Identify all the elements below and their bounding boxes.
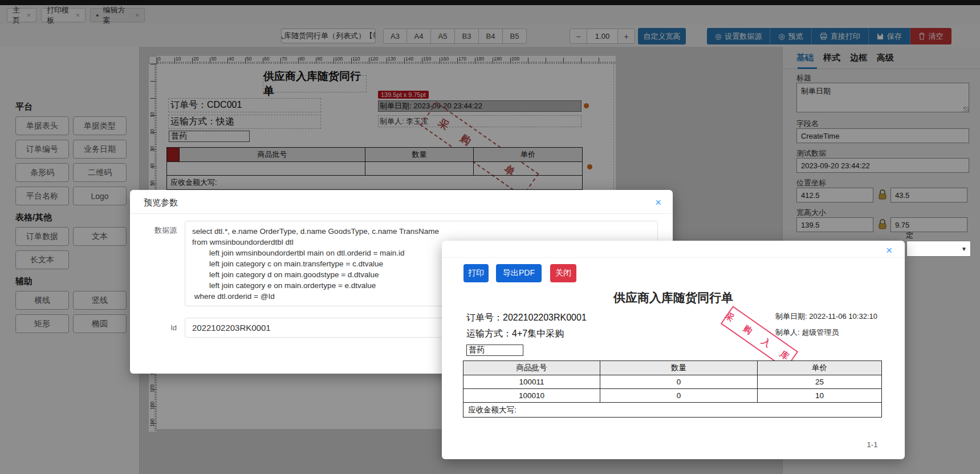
export-pdf-button[interactable]: 导出PDF: [496, 264, 542, 282]
cell-batch: 100011: [463, 375, 600, 389]
cell-batch: 100010: [463, 389, 600, 403]
label-partial-fixed: 定: [906, 230, 913, 241]
table-row: 100010 0 10: [463, 389, 881, 403]
table-footer-cell: 应收金额大写:: [463, 403, 881, 417]
preview-order-no: 订单号：2022102203RK0001: [466, 312, 587, 324]
table-header-cell: 数量: [600, 361, 758, 375]
cell-price: 25: [758, 375, 881, 389]
table-header-cell: 商品批号: [463, 361, 600, 375]
preview-drug-type: 普药: [466, 345, 523, 356]
cell-qty: 0: [600, 389, 758, 403]
close-preview-button[interactable]: 关闭: [550, 264, 576, 282]
preview-doc-title: 供应商入库随货同行单: [442, 290, 905, 306]
label-id: Id: [145, 323, 177, 332]
cell-qty: 0: [600, 375, 758, 389]
page-indicator: 1-1: [858, 440, 887, 449]
modal-title: 预览参数: [144, 197, 178, 208]
label-datasource: 数据源: [145, 225, 177, 236]
preview-made-date: 制单日期: 2022-11-06 10:32:10: [775, 311, 877, 322]
app-window: 主页 × 打印模板 × ● 编辑方案 × 入库随货同行单（列表式）【带 A3 A…: [0, 0, 980, 474]
modal-header: 预览参数 ×: [130, 190, 673, 214]
cell-price: 10: [758, 389, 881, 403]
table-header-cell: 单价: [758, 361, 881, 375]
close-icon[interactable]: ×: [655, 197, 661, 208]
preview-transport: 运输方式：4+7集中采购: [466, 328, 564, 340]
modal-header: ×: [442, 241, 905, 258]
print-preview-modal: × 打印 导出PDF 关闭 供应商入库随货同行单 订单号：2022102203R…: [442, 241, 905, 459]
chevron-down-icon: ▼: [961, 246, 967, 252]
property-select[interactable]: ▼: [906, 241, 971, 257]
preview-maker: 制单人: 超级管理员: [775, 327, 839, 338]
print-button[interactable]: 打印: [463, 264, 489, 282]
preview-table: 商品批号 数量 单价 100011 0 25 100010 0 10 应收金额大…: [463, 360, 882, 418]
table-row: 100011 0 25: [463, 375, 881, 389]
close-icon[interactable]: ×: [886, 245, 892, 256]
